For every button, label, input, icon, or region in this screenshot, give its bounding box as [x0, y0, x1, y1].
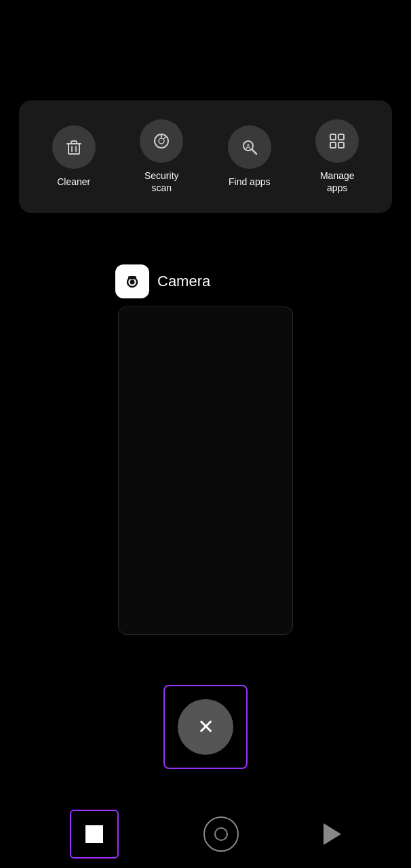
- cleaner-label: Cleaner: [57, 176, 90, 188]
- security-scan-label: Securityscan: [144, 170, 179, 194]
- recents-icon: [85, 825, 103, 843]
- cleaner-icon-circle: [52, 125, 96, 169]
- find-apps-icon: A: [240, 138, 259, 157]
- recent-app-section: Camera: [0, 264, 411, 635]
- svg-rect-11: [330, 134, 336, 140]
- security-scan-icon: [152, 132, 171, 151]
- camera-app-thumbnail[interactable]: [118, 307, 293, 635]
- quick-action-security-scan[interactable]: Securityscan: [140, 119, 183, 194]
- quick-actions-panel: Cleaner Securityscan A Find apps: [19, 100, 392, 213]
- camera-app-name: Camera: [157, 273, 210, 290]
- svg-text:A: A: [246, 143, 250, 151]
- manage-apps-icon: [328, 132, 347, 151]
- security-scan-icon-circle: [140, 119, 183, 163]
- close-icon: ✕: [197, 717, 214, 737]
- close-button-container: ✕: [163, 685, 248, 769]
- svg-rect-14: [338, 142, 344, 148]
- svg-rect-13: [330, 142, 336, 148]
- quick-action-manage-apps[interactable]: Manageapps: [315, 119, 359, 194]
- app-header: Camera: [115, 264, 210, 298]
- manage-apps-label: Manageapps: [320, 170, 355, 194]
- quick-action-find-apps[interactable]: A Find apps: [228, 125, 271, 188]
- camera-icon: [120, 269, 144, 294]
- find-apps-icon-circle: A: [228, 125, 271, 169]
- camera-app-icon: [115, 264, 149, 298]
- manage-apps-icon-circle: [315, 119, 359, 163]
- quick-action-cleaner[interactable]: Cleaner: [52, 125, 96, 188]
- svg-rect-0: [68, 144, 79, 154]
- home-icon: [214, 827, 228, 841]
- svg-rect-18: [128, 276, 136, 279]
- svg-rect-12: [338, 134, 344, 140]
- home-button[interactable]: [203, 816, 239, 852]
- svg-point-17: [130, 280, 135, 285]
- nav-bar: [0, 800, 411, 868]
- svg-line-9: [252, 150, 256, 155]
- svg-line-7: [163, 137, 165, 139]
- back-button[interactable]: [324, 823, 341, 845]
- recents-button[interactable]: [70, 810, 119, 859]
- trash-icon: [64, 138, 83, 157]
- find-apps-label: Find apps: [229, 176, 270, 188]
- close-recent-app-button[interactable]: ✕: [178, 699, 233, 755]
